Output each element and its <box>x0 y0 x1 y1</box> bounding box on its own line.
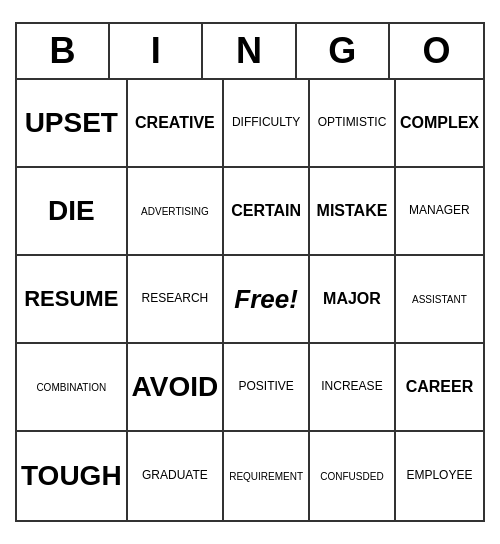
cell-9: MANAGER <box>396 168 483 256</box>
cell-10: RESUME <box>17 256 128 344</box>
header-letter-I: I <box>110 24 203 78</box>
cell-text-20: TOUGH <box>21 461 122 492</box>
cell-text-2: DIFFICULTY <box>232 116 300 129</box>
cell-text-10: RESUME <box>24 287 118 311</box>
bingo-grid: UPSETCREATIVEDIFFICULTYOPTIMISTICCOMPLEX… <box>17 80 483 520</box>
cell-text-17: POSITIVE <box>238 380 293 393</box>
bingo-card: BINGO UPSETCREATIVEDIFFICULTYOPTIMISTICC… <box>15 22 485 522</box>
cell-15: COMBINATION <box>17 344 128 432</box>
cell-text-15: COMBINATION <box>36 382 106 393</box>
cell-1: CREATIVE <box>128 80 225 168</box>
cell-text-19: CAREER <box>406 378 474 396</box>
cell-5: DIE <box>17 168 128 256</box>
cell-8: MISTAKE <box>310 168 396 256</box>
cell-text-18: INCREASE <box>321 380 382 393</box>
cell-text-0: UPSET <box>25 108 118 139</box>
cell-19: CAREER <box>396 344 483 432</box>
cell-text-21: GRADUATE <box>142 469 208 482</box>
cell-text-14: ASSISTANT <box>412 294 467 305</box>
header-letter-O: O <box>390 24 483 78</box>
cell-text-6: ADVERTISING <box>141 206 209 217</box>
cell-7: CERTAIN <box>224 168 310 256</box>
cell-6: ADVERTISING <box>128 168 225 256</box>
cell-0: UPSET <box>17 80 128 168</box>
cell-text-22: REQUIREMENT <box>229 471 303 482</box>
cell-3: OPTIMISTIC <box>310 80 396 168</box>
cell-14: ASSISTANT <box>396 256 483 344</box>
cell-20: TOUGH <box>17 432 128 520</box>
cell-text-3: OPTIMISTIC <box>318 116 387 129</box>
header-letter-G: G <box>297 24 390 78</box>
cell-13: MAJOR <box>310 256 396 344</box>
cell-12: Free! <box>224 256 310 344</box>
cell-text-7: CERTAIN <box>231 202 301 220</box>
header-letter-B: B <box>17 24 110 78</box>
cell-21: GRADUATE <box>128 432 225 520</box>
cell-text-16: AVOID <box>132 372 219 403</box>
cell-11: RESEARCH <box>128 256 225 344</box>
cell-16: AVOID <box>128 344 225 432</box>
header-letter-N: N <box>203 24 296 78</box>
cell-text-5: DIE <box>48 196 95 227</box>
cell-text-24: EMPLOYEE <box>406 469 472 482</box>
cell-22: REQUIREMENT <box>224 432 310 520</box>
cell-text-12: Free! <box>234 284 298 315</box>
cell-text-11: RESEARCH <box>142 292 209 305</box>
cell-text-8: MISTAKE <box>317 202 388 220</box>
cell-text-9: MANAGER <box>409 204 470 217</box>
cell-text-23: CONFUSDED <box>320 471 383 482</box>
cell-18: INCREASE <box>310 344 396 432</box>
cell-4: COMPLEX <box>396 80 483 168</box>
cell-23: CONFUSDED <box>310 432 396 520</box>
cell-17: POSITIVE <box>224 344 310 432</box>
cell-text-1: CREATIVE <box>135 114 215 132</box>
cell-text-13: MAJOR <box>323 290 381 308</box>
cell-2: DIFFICULTY <box>224 80 310 168</box>
cell-text-4: COMPLEX <box>400 114 479 132</box>
cell-24: EMPLOYEE <box>396 432 483 520</box>
bingo-header: BINGO <box>17 24 483 80</box>
